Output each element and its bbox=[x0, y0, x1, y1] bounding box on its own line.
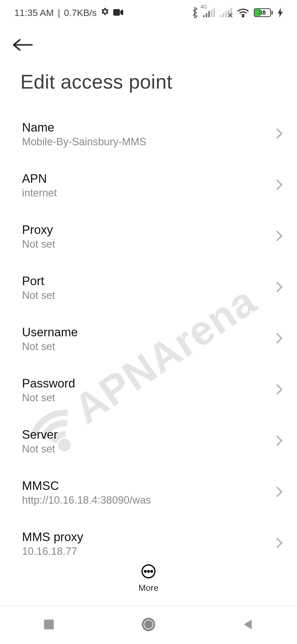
svg-point-14 bbox=[144, 571, 146, 572]
setting-value: Not set bbox=[22, 238, 275, 250]
wifi-icon bbox=[237, 8, 249, 17]
setting-value: 10.16.18.77 bbox=[22, 545, 275, 557]
setting-username[interactable]: Username Not set bbox=[0, 313, 297, 364]
setting-mmsc[interactable]: MMSC http://10.16.18.4:38090/was bbox=[0, 467, 297, 518]
chevron-right-icon bbox=[275, 537, 283, 550]
status-data-rate: 0.7KB/s bbox=[64, 7, 97, 18]
chevron-right-icon bbox=[275, 127, 283, 141]
battery-icon: 38 bbox=[254, 8, 273, 17]
chevron-right-icon bbox=[275, 179, 283, 192]
svg-point-19 bbox=[145, 621, 152, 627]
setting-value: http://10.16.18.4:38090/was bbox=[22, 494, 275, 506]
setting-server[interactable]: Server Not set bbox=[0, 416, 297, 467]
setting-apn[interactable]: APN internet bbox=[0, 160, 297, 211]
chevron-right-icon bbox=[275, 281, 283, 294]
setting-proxy[interactable]: Proxy Not set bbox=[0, 211, 297, 262]
svg-rect-2 bbox=[206, 13, 207, 17]
bluetooth-icon bbox=[191, 7, 198, 18]
setting-label: Proxy bbox=[22, 223, 275, 237]
svg-rect-4 bbox=[211, 10, 213, 17]
setting-label: MMSC bbox=[22, 479, 275, 493]
recents-button[interactable] bbox=[43, 618, 55, 632]
setting-label: Port bbox=[22, 274, 275, 288]
setting-password[interactable]: Password Not set bbox=[0, 364, 297, 416]
chevron-right-icon bbox=[275, 230, 283, 243]
svg-point-11 bbox=[242, 16, 244, 17]
chevron-right-icon bbox=[275, 332, 283, 345]
charging-icon bbox=[278, 8, 283, 18]
status-bar: 11:35 AM | 0.7KB/s 4G bbox=[0, 0, 297, 25]
signal-sim1-icon: 4G bbox=[203, 8, 215, 17]
setting-name[interactable]: Name Mobile-By-Sainsbury-MMS bbox=[0, 108, 297, 160]
setting-label: Name bbox=[22, 121, 275, 134]
setting-value: Not set bbox=[22, 341, 275, 353]
more-icon bbox=[141, 564, 156, 580]
battery-percentage: 38 bbox=[255, 9, 270, 16]
setting-mms-proxy[interactable]: MMS proxy 10.16.18.77 bbox=[0, 518, 297, 569]
svg-rect-17 bbox=[44, 620, 54, 629]
more-button[interactable]: More bbox=[139, 564, 159, 593]
more-label: More bbox=[139, 583, 159, 593]
setting-label: MMS proxy bbox=[22, 530, 275, 544]
network-badge: 4G bbox=[200, 4, 207, 10]
gear-icon bbox=[101, 7, 109, 18]
svg-rect-3 bbox=[208, 11, 210, 17]
setting-label: Username bbox=[22, 325, 275, 339]
setting-value: internet bbox=[22, 187, 275, 199]
status-time: 11:35 AM bbox=[14, 7, 54, 18]
chevron-right-icon bbox=[275, 383, 283, 397]
svg-rect-5 bbox=[213, 8, 215, 17]
back-button[interactable] bbox=[13, 48, 33, 53]
chevron-right-icon bbox=[275, 435, 283, 448]
svg-rect-7 bbox=[223, 13, 224, 17]
setting-label: APN bbox=[22, 172, 275, 185]
svg-point-15 bbox=[148, 571, 149, 572]
setting-label: Server bbox=[22, 428, 275, 441]
settings-list: APNArena Name Mobile-By-Sainsbury-MMS AP… bbox=[0, 108, 297, 604]
svg-rect-8 bbox=[225, 11, 227, 17]
home-button[interactable] bbox=[141, 617, 156, 633]
signal-sim2-icon bbox=[220, 8, 232, 17]
setting-label: Password bbox=[22, 376, 275, 390]
setting-value: Not set bbox=[22, 290, 275, 301]
svg-rect-1 bbox=[203, 15, 205, 17]
svg-point-16 bbox=[151, 571, 153, 572]
chevron-right-icon bbox=[275, 486, 283, 499]
setting-value: Not set bbox=[22, 443, 275, 455]
video-camera-icon bbox=[113, 7, 123, 18]
back-nav-button[interactable] bbox=[242, 618, 254, 632]
setting-value: Not set bbox=[22, 392, 275, 404]
svg-rect-0 bbox=[113, 9, 120, 16]
system-nav-bar bbox=[0, 605, 297, 644]
setting-port[interactable]: Port Not set bbox=[0, 262, 297, 313]
setting-value: Mobile-By-Sainsbury-MMS bbox=[22, 136, 275, 148]
page-title: Edit access point bbox=[0, 53, 297, 108]
svg-rect-6 bbox=[220, 15, 222, 17]
